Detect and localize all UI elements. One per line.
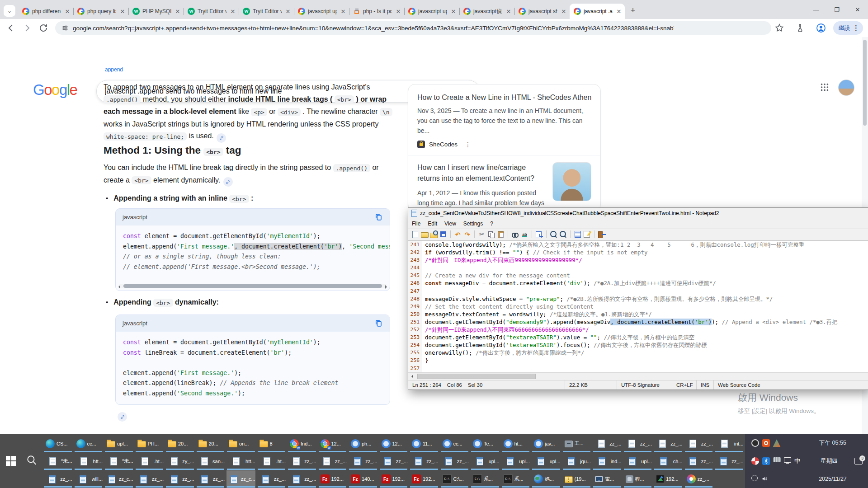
taskbar-button[interactable]: CS...: [43, 435, 72, 452]
taskbar-button[interactable]: zz_...: [349, 452, 377, 470]
taskbar-button[interactable]: will...: [74, 470, 103, 488]
taskbar-button[interactable]: Fz140...: [349, 470, 377, 488]
taskbar-button[interactable]: zz_...: [318, 452, 347, 470]
wrap-icon[interactable]: [535, 230, 543, 239]
office-icon[interactable]: [762, 439, 770, 447]
taskbar-button[interactable]: Fz192...: [410, 470, 439, 488]
menu-item-view[interactable]: View: [441, 221, 460, 227]
browser-menu-icon[interactable]: ⋮: [853, 24, 859, 32]
scheme-icon[interactable]: [583, 230, 591, 239]
bookmark-star-icon[interactable]: [774, 23, 785, 33]
tab-search-chevron-icon[interactable]: ⌄: [4, 5, 15, 17]
clock-weekday[interactable]: 星期四: [807, 457, 851, 465]
taskbar-button[interactable]: C:\C:\...: [440, 470, 469, 488]
reload-icon[interactable]: [38, 23, 49, 33]
cut-icon[interactable]: ✂: [477, 230, 486, 239]
tab-close-icon[interactable]: ✕: [174, 8, 181, 15]
open-icon[interactable]: [420, 230, 429, 239]
copy-code-icon[interactable]: [374, 213, 383, 221]
tab-close-icon[interactable]: ✕: [340, 8, 347, 15]
taskbar-button[interactable]: 工...: [562, 435, 591, 452]
undo-icon[interactable]: ↶: [453, 230, 462, 239]
taskbar-button[interactable]: upl...: [532, 452, 561, 470]
tab-close-icon[interactable]: ✕: [64, 8, 71, 15]
taskbar-button[interactable]: upl...: [623, 452, 652, 470]
taskbar-button[interactable]: ht...: [501, 435, 530, 452]
paste-icon[interactable]: [496, 230, 505, 239]
taskbar-button[interactable]: 電...: [593, 470, 622, 488]
result-thumbnail[interactable]: [552, 162, 591, 201]
taskbar-button[interactable]: PH...: [135, 435, 164, 452]
taskbar-button[interactable]: *未...: [43, 452, 72, 470]
browser-tab[interactable]: javascript .app✕: [570, 4, 625, 19]
tab-close-icon[interactable]: ✕: [119, 8, 126, 15]
taskbar-button[interactable]: zz_...: [165, 470, 194, 488]
taskbar-button[interactable]: zz_c...: [104, 470, 133, 488]
tab-close-icon[interactable]: ✕: [505, 8, 512, 15]
taskbar-button[interactable]: on...: [226, 435, 255, 452]
code-scrollbar-thumb[interactable]: [123, 284, 382, 288]
zoomout-icon[interactable]: [559, 230, 567, 239]
taskbar-button[interactable]: htt...: [74, 452, 103, 470]
google-apps-grid-icon[interactable]: [820, 82, 830, 92]
redo-icon[interactable]: ↷: [463, 230, 472, 239]
taskbar-button[interactable]: zz_...: [43, 470, 72, 488]
code-horizontal-scrollbar[interactable]: [118, 284, 387, 288]
site-settings-icon[interactable]: [61, 24, 69, 32]
clock-time[interactable]: 下午 05:55: [811, 439, 854, 447]
taskbar-button[interactable]: zz_...: [684, 452, 713, 470]
address-bar[interactable]: google.com/search?q=javascript+.append+s…: [55, 21, 771, 35]
save-icon[interactable]: [439, 230, 448, 239]
taskbar-button[interactable]: ind...: [593, 452, 622, 470]
browser-tab[interactable]: php - Is it pos✕: [349, 4, 404, 19]
browser-tab[interactable]: javascript偵測✕: [459, 4, 514, 19]
taskbar-button[interactable]: int...: [715, 435, 744, 452]
zoomin-icon[interactable]: [549, 230, 558, 239]
replace-icon[interactable]: ab: [520, 230, 529, 239]
notepad2-scrollbar-thumb[interactable]: [417, 374, 536, 379]
taskbar-button[interactable]: zz_...: [196, 470, 225, 488]
menu-item-edit[interactable]: Edit: [424, 221, 441, 227]
browser-tab[interactable]: php difference✕: [18, 4, 73, 19]
ime-monitor-icon[interactable]: [784, 457, 791, 463]
source-link-icon[interactable]: [118, 412, 127, 422]
result-menu-icon[interactable]: ⋮: [465, 141, 471, 148]
bluetooth-icon[interactable]: [762, 457, 770, 465]
speaker-icon[interactable]: [761, 475, 769, 483]
browser-tab[interactable]: javascript upd✕: [294, 4, 349, 19]
source-link-icon[interactable]: [223, 177, 233, 187]
taskbar-button[interactable]: 20...: [165, 435, 194, 452]
adobe-cc-icon[interactable]: [751, 439, 759, 447]
tab-close-icon[interactable]: ✕: [284, 8, 292, 15]
taskbar-button[interactable]: zz_...: [684, 470, 713, 488]
taskbar-button[interactable]: zz_...: [654, 435, 683, 452]
close-button[interactable]: ✕: [847, 0, 868, 19]
taskbar-button[interactable]: Te...: [471, 435, 500, 452]
taskbar-button[interactable]: (19...: [562, 470, 591, 488]
tab-close-icon[interactable]: ✕: [229, 8, 236, 15]
result-title[interactable]: How to Create a New Line in HTML - SheCo…: [417, 94, 591, 102]
autodesk-icon[interactable]: [773, 439, 781, 447]
taskbar-button[interactable]: .ht...: [135, 452, 164, 470]
taskbar-button[interactable]: Fz192...: [318, 470, 347, 488]
security-icon[interactable]: [751, 457, 759, 465]
taskbar-button[interactable]: 12...: [379, 435, 408, 452]
taskbar-button[interactable]: zz_...: [135, 470, 164, 488]
exit-icon[interactable]: [597, 230, 606, 239]
taskbar-button[interactable]: htt...: [226, 452, 255, 470]
taskbar-button[interactable]: upl...: [471, 452, 500, 470]
forward-icon[interactable]: [22, 23, 33, 33]
profile-name-chip[interactable]: 繼謨 ⋮: [833, 21, 863, 35]
menu-item-file[interactable]: File: [408, 221, 424, 227]
taskbar-button[interactable]: san...: [196, 452, 225, 470]
taskbar-button[interactable]: zz_...: [623, 435, 652, 452]
taskbar-button[interactable]: cc...: [74, 435, 103, 452]
taskbar-button[interactable]: 媽...: [532, 470, 561, 488]
result-source-row[interactable]: SheCodes ⋮: [417, 141, 591, 148]
taskbar-button[interactable]: zz_...: [715, 452, 744, 470]
find-icon[interactable]: [511, 230, 519, 239]
taskbar-button[interactable]: Ind...: [288, 435, 316, 452]
taskbar-button[interactable]: upl...: [501, 452, 530, 470]
taskbar-button[interactable]: zy_...: [165, 452, 194, 470]
taskbar-button[interactable]: 192...: [654, 470, 683, 488]
